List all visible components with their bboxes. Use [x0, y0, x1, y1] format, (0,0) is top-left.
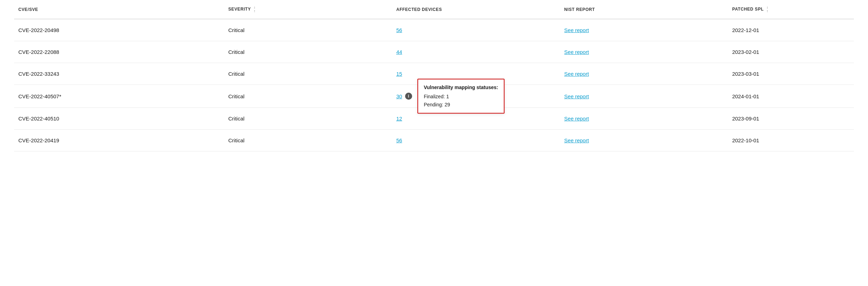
nist-report-link[interactable]: See report [564, 137, 589, 143]
vulnerability-tooltip: Vulnerability mapping statuses:Finalized… [417, 79, 505, 113]
nist-report-link[interactable]: See report [564, 116, 589, 122]
nist-report-link[interactable]: See report [564, 27, 589, 33]
table-row: CVE-2022-20419Critical56See report2022-1… [14, 130, 854, 151]
severity-cell: Critical [224, 85, 392, 108]
tooltip-title: Vulnerability mapping statuses: [424, 83, 498, 91]
nist-report-link[interactable]: See report [564, 49, 589, 55]
nist-report-cell: See report [560, 63, 728, 85]
cve-cell: CVE-2022-20498 [14, 19, 224, 41]
vulnerability-table: CVE/SVE SEVERITY ↓↑ AFFECTED DEVICES NIS… [14, 0, 854, 151]
cve-cell: CVE-2022-40510 [14, 108, 224, 130]
severity-cell: Critical [224, 41, 392, 63]
col-header-cve: CVE/SVE [14, 0, 224, 19]
col-header-affected: AFFECTED DEVICES [392, 0, 560, 19]
patched-spl-cell: 2022-10-01 [728, 130, 854, 151]
affected-devices-cell: 56 [392, 130, 560, 151]
affected-devices-link[interactable]: 56 [396, 27, 402, 33]
tooltip-line: Pending: 29 [424, 101, 498, 108]
severity-sort-icon[interactable]: ↓↑ [253, 6, 256, 13]
table-row: CVE-2022-40507*Critical30iVulnerability … [14, 85, 854, 108]
severity-cell: Critical [224, 63, 392, 85]
affected-devices-link[interactable]: 44 [396, 49, 402, 55]
vulnerability-table-container: CVE/SVE SEVERITY ↓↑ AFFECTED DEVICES NIS… [0, 0, 868, 151]
patched-spl-cell: 2023-03-01 [728, 63, 854, 85]
cve-cell: CVE-2022-33243 [14, 63, 224, 85]
patched-spl-cell: 2023-09-01 [728, 108, 854, 130]
affected-devices-cell: 44 [392, 41, 560, 63]
cve-cell: CVE-2022-20419 [14, 130, 224, 151]
affected-devices-link[interactable]: 30 [396, 93, 402, 99]
nist-report-cell: See report [560, 41, 728, 63]
nist-report-cell: See report [560, 19, 728, 41]
table-row: CVE-2022-20498Critical56See report2022-1… [14, 19, 854, 41]
nist-report-link[interactable]: See report [564, 93, 589, 99]
nist-report-link[interactable]: See report [564, 71, 589, 77]
col-header-nist: NIST REPORT [560, 0, 728, 19]
severity-cell: Critical [224, 130, 392, 151]
tooltip-line: Finalized: 1 [424, 93, 498, 101]
table-header-row: CVE/SVE SEVERITY ↓↑ AFFECTED DEVICES NIS… [14, 0, 854, 19]
nist-report-cell: See report [560, 85, 728, 108]
patched-spl-cell: 2023-02-01 [728, 41, 854, 63]
severity-cell: Critical [224, 108, 392, 130]
col-header-patched[interactable]: PATCHED SPL ↓↑ [728, 0, 854, 19]
affected-devices-cell: 56 [392, 19, 560, 41]
cve-cell: CVE-2022-40507* [14, 85, 224, 108]
affected-devices-link[interactable]: 12 [396, 116, 402, 122]
cve-cell: CVE-2022-22088 [14, 41, 224, 63]
affected-devices-link[interactable]: 56 [396, 137, 402, 143]
patched-spl-cell: 2022-12-01 [728, 19, 854, 41]
nist-report-cell: See report [560, 130, 728, 151]
severity-cell: Critical [224, 19, 392, 41]
patched-spl-cell: 2024-01-01 [728, 85, 854, 108]
affected-devices-link[interactable]: 15 [396, 71, 402, 77]
table-row: CVE-2022-22088Critical44See report2023-0… [14, 41, 854, 63]
affected-devices-cell: 30iVulnerability mapping statuses:Finali… [392, 85, 560, 108]
patched-sort-icon[interactable]: ↓↑ [766, 6, 769, 13]
col-header-severity[interactable]: SEVERITY ↓↑ [224, 0, 392, 19]
nist-report-cell: See report [560, 108, 728, 130]
info-icon[interactable]: i [405, 93, 412, 100]
